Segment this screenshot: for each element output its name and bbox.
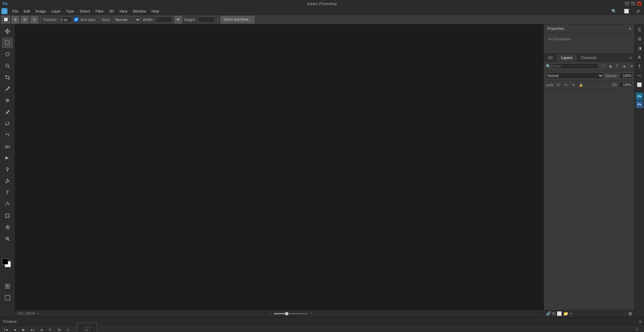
tab-layers[interactable]: Layers [557, 54, 577, 61]
pen-tool[interactable] [2, 176, 13, 187]
canvas-area[interactable] [15, 24, 544, 310]
opacity-input[interactable] [619, 73, 632, 79]
crop-tool[interactable] [2, 72, 13, 83]
close-button[interactable]: ✕ [637, 2, 641, 6]
screen-mode-btn[interactable] [2, 292, 13, 303]
strip-frame-btn[interactable]: ⬜ [636, 81, 644, 89]
color-picker[interactable] [2, 258, 13, 269]
foreground-color-swatch[interactable] [2, 258, 8, 265]
link-layers-btn[interactable]: 🔗 [546, 311, 551, 316]
menu-layer[interactable]: Layer [49, 8, 63, 14]
intersect-selection-btn[interactable]: ⊡ [31, 16, 38, 23]
height-input[interactable] [198, 17, 215, 23]
zoom-slider[interactable] [274, 313, 308, 314]
strip-adjustments-btn[interactable]: ◑ [636, 44, 644, 52]
swap-dimensions-btn[interactable]: ⇄ [174, 16, 182, 23]
filter-adjust-icon[interactable]: ◑ [607, 63, 613, 69]
menu-edit[interactable]: Edit [21, 8, 33, 14]
prev-frame-btn[interactable]: ◄ [12, 327, 18, 332]
dodge-tool[interactable] [2, 164, 13, 175]
blend-mode-select[interactable]: Normal Multiply Screen [546, 72, 604, 79]
brush-tool[interactable] [2, 106, 13, 117]
layers-search-input[interactable] [552, 63, 599, 69]
new-group-btn[interactable]: 📁 [563, 311, 568, 316]
view-toggle[interactable]: ⬜ [621, 8, 632, 14]
history-brush-tool[interactable] [2, 130, 13, 140]
strip-character-btn[interactable]: A [636, 53, 644, 61]
strip-properties-btn[interactable]: ☰ [636, 26, 644, 34]
marquee-tool[interactable] [2, 37, 13, 48]
convert-frame-btn[interactable]: ⎘ [64, 327, 71, 332]
menu-type[interactable]: Type [63, 8, 77, 14]
lock-image-btn[interactable]: ✏ [563, 82, 569, 88]
menu-view[interactable]: View [117, 8, 130, 14]
hand-tool[interactable] [2, 222, 13, 233]
select-mask-btn[interactable]: Select and Mask... [221, 16, 254, 23]
properties-menu-icon[interactable]: ≡ [629, 26, 631, 31]
gradient-tool[interactable] [2, 153, 13, 163]
eraser-tool[interactable] [2, 141, 13, 152]
add-frame-from-video-btn[interactable]: ⊞ [56, 327, 62, 332]
add-style-btn[interactable]: fx [552, 311, 555, 316]
prev-keyframe-btn[interactable]: ◄ [38, 327, 45, 332]
move-tool[interactable] [2, 26, 13, 37]
menu-help[interactable]: Help [149, 8, 162, 14]
lasso-tool[interactable] [2, 49, 13, 60]
layers-tab-menu-icon[interactable]: ≡ [627, 54, 634, 61]
strip-paragraph-btn[interactable]: ¶ [636, 62, 644, 71]
filter-smart-icon[interactable]: ⊙ [628, 63, 634, 69]
loop-btn[interactable]: ↻ [47, 327, 54, 332]
play-btn[interactable]: ▶ [20, 327, 27, 332]
tab-3d[interactable]: 3D [544, 54, 557, 61]
subtract-selection-btn[interactable]: ⊟ [21, 16, 29, 23]
strip-cut-out-btn[interactable]: ✂ [636, 72, 644, 80]
clone-stamp-tool[interactable] [2, 118, 13, 129]
quick-mask-btn[interactable] [2, 281, 13, 292]
canvas[interactable] [15, 24, 544, 310]
strip-ps-link-btn[interactable]: Ps [636, 93, 643, 100]
shape-tool[interactable] [2, 210, 13, 221]
delete-layer-btn[interactable]: 🗑 [628, 311, 632, 316]
fill-input[interactable] [619, 82, 632, 88]
menu-image[interactable]: Image [33, 8, 49, 14]
width-input[interactable] [155, 17, 172, 23]
lock-all-btn[interactable]: 🔒 [578, 82, 584, 88]
zoom-in-btn[interactable]: + [310, 312, 312, 315]
spot-heal-tool[interactable] [2, 95, 13, 106]
lock-position-btn[interactable]: ✦ [570, 82, 576, 88]
arrange-toggle[interactable]: ⇄ [634, 8, 643, 14]
type-tool[interactable]: T [2, 187, 13, 198]
minimize-button[interactable]: — [625, 2, 629, 6]
quick-select-tool[interactable] [2, 60, 13, 71]
filter-shape-icon[interactable]: ◈ [621, 63, 627, 69]
path-select-tool[interactable] [2, 199, 13, 210]
add-selection-btn[interactable]: ⊞ [12, 16, 19, 23]
new-selection-btn[interactable]: ⬜ [2, 16, 10, 23]
lock-transparent-btn[interactable]: ☷ [555, 82, 562, 88]
create-frame-btn[interactable] [77, 323, 97, 332]
menu-select[interactable]: Select [77, 8, 93, 14]
new-layer-btn[interactable]: + [570, 311, 572, 316]
menu-3d[interactable]: 3D [107, 8, 117, 14]
zoom-tool[interactable] [2, 233, 13, 244]
timeline-add-btn[interactable]: + [632, 326, 641, 332]
menu-window[interactable]: Window [130, 8, 149, 14]
filter-pixel-icon[interactable]: ⬛ [600, 63, 606, 69]
strip-libraries-btn[interactable]: ⊞ [636, 35, 644, 43]
first-frame-btn[interactable]: |◄ [3, 327, 10, 332]
eyedropper-tool[interactable] [2, 83, 13, 94]
strip-ps-remote-btn[interactable]: Ps [636, 101, 643, 108]
add-mask-btn[interactable]: ⬜ [557, 311, 562, 316]
home-button[interactable]: ⌂ [1, 8, 7, 14]
style-select[interactable]: Normal Fixed Ratio Fixed Size [113, 16, 141, 23]
search-icon-top[interactable]: 🔍 [609, 8, 619, 14]
maximize-button[interactable]: □ [631, 2, 635, 6]
menu-file[interactable]: File [10, 8, 21, 14]
more-tools-btn[interactable]: ··· [2, 245, 13, 256]
feather-input[interactable] [60, 17, 72, 23]
zoom-out-btn[interactable]: – [270, 312, 272, 315]
anti-alias-checkbox[interactable] [74, 17, 78, 22]
timeline-menu-icon[interactable]: ≡ [639, 319, 641, 324]
navigate-icon[interactable]: ⌖ [37, 312, 39, 316]
filter-type-icon[interactable]: T [614, 63, 620, 69]
